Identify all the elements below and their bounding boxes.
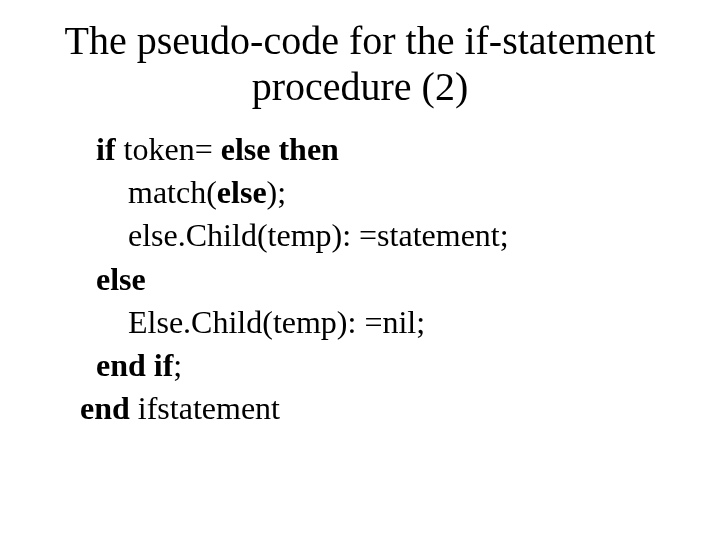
kw-endif: end if xyxy=(96,347,173,383)
kw-if: if xyxy=(96,131,116,167)
code-line-4: else xyxy=(0,258,720,301)
txt: ; xyxy=(173,347,182,383)
code-line-5: Else.Child(temp): =nil; xyxy=(0,301,720,344)
kw-end: end xyxy=(80,390,130,426)
title-line-1: The pseudo-code for the if-statement xyxy=(0,18,720,64)
code-line-3: else.Child(temp): =statement; xyxy=(0,214,720,257)
code-line-6: end if; xyxy=(0,344,720,387)
txt: ); xyxy=(267,174,287,210)
slide: The pseudo-code for the if-statement pro… xyxy=(0,0,720,540)
code-line-2: match(else); xyxy=(0,171,720,214)
code-line-7: end ifstatement xyxy=(0,387,720,430)
txt: token= xyxy=(116,131,221,167)
slide-title: The pseudo-code for the if-statement pro… xyxy=(0,0,720,110)
title-line-2: procedure (2) xyxy=(0,64,720,110)
kw-else: else xyxy=(217,174,267,210)
txt: match( xyxy=(128,174,217,210)
kw-then: then xyxy=(270,131,338,167)
txt: ifstatement xyxy=(130,390,280,426)
kw-else: else xyxy=(221,131,271,167)
pseudocode-block: if token= else then match(else); else.Ch… xyxy=(0,110,720,430)
code-line-1: if token= else then xyxy=(0,128,720,171)
